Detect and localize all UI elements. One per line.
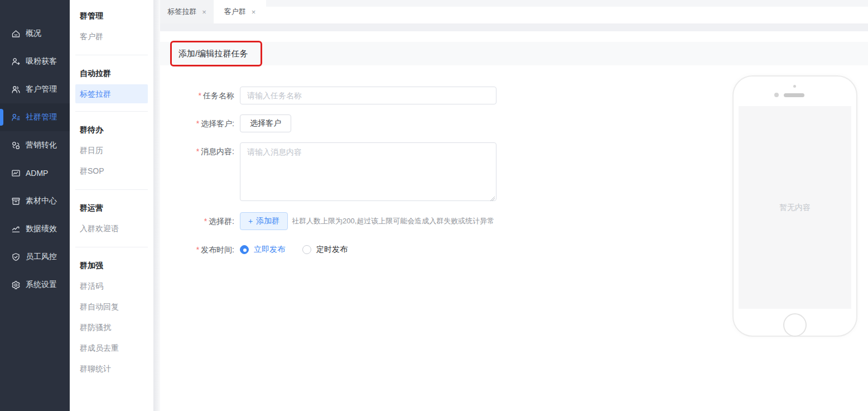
- select-group-label: *选择群:: [160, 212, 234, 230]
- sidebar-item-overview[interactable]: 概况: [0, 20, 70, 47]
- message-content-label: *消息内容:: [160, 142, 234, 160]
- radio-publish-now[interactable]: 立即发布: [240, 245, 285, 255]
- monitor-icon: [11, 169, 21, 178]
- gear-icon: [11, 280, 21, 290]
- submenu-item-chat-stats[interactable]: 群聊统计: [70, 359, 153, 379]
- submenu-header: 群运营: [70, 198, 153, 218]
- required-asterisk: *: [196, 147, 199, 156]
- close-icon[interactable]: ×: [252, 8, 256, 16]
- sidebar-item-label: 员工风控: [26, 252, 57, 262]
- shield-icon: [11, 252, 21, 262]
- sidebar-item-label: 素材中心: [26, 196, 57, 206]
- add-group-label: 添加群: [256, 216, 279, 226]
- sidebar-item-risk[interactable]: 员工风控: [0, 243, 70, 271]
- sidebar-item-label: 概况: [26, 28, 41, 39]
- sidebar-item-attract[interactable]: 吸粉获客: [0, 47, 70, 75]
- sidebar-item-label: 社群管理: [26, 112, 57, 122]
- sidebar-item-conversion[interactable]: 营销转化: [0, 131, 70, 159]
- phone-screen: 暂无内容: [739, 106, 851, 309]
- sidebar-item-label: 营销转化: [26, 140, 57, 150]
- submenu-header: 自动拉群: [70, 63, 153, 84]
- submenu-item-group-sop[interactable]: 群SOP: [70, 161, 153, 181]
- sidebar-item-label: 系统设置: [26, 280, 57, 290]
- group-submenu: 群管理 客户群 自动拉群 标签拉群 群待办 群日历 群SOP 群运营 入群欢迎语…: [70, 0, 153, 411]
- select-customer-button[interactable]: 选择客户: [240, 114, 291, 132]
- submenu-header: 群待办: [70, 120, 153, 140]
- submenu-item-group-calendar[interactable]: 群日历: [70, 140, 153, 161]
- community-icon: [11, 113, 21, 122]
- material-icon: [11, 197, 21, 206]
- close-icon[interactable]: ×: [202, 8, 206, 16]
- submenu-item-customer-groups[interactable]: 客户群: [70, 26, 153, 47]
- conversion-icon: [11, 141, 21, 150]
- sidebar-item-community[interactable]: 社群管理: [0, 103, 70, 131]
- sidebar-item-customers[interactable]: 客户管理: [0, 75, 70, 103]
- task-name-label: *任务名称: [160, 87, 234, 104]
- required-asterisk: *: [199, 91, 201, 100]
- radio-icon: [302, 245, 311, 254]
- submenu-item-welcome[interactable]: 入群欢迎语: [70, 218, 153, 239]
- sidebar-item-label: 客户管理: [26, 84, 57, 94]
- sidebar-item-admp[interactable]: ADMP: [0, 159, 70, 187]
- group-limit-hint: 社群人数上限为200,超过该上限可能会造成入群失败或统计异常: [292, 212, 494, 230]
- phone-camera: [774, 93, 779, 97]
- tab-tag-group[interactable]: 标签拉群 ×: [160, 0, 214, 23]
- submenu-item-dedupe[interactable]: 群成员去重: [70, 338, 153, 359]
- phone-empty-text: 暂无内容: [779, 203, 811, 213]
- tab-customer-groups[interactable]: 客户群 ×: [214, 0, 266, 23]
- tab-label: 客户群: [224, 7, 246, 17]
- plus-icon: +: [248, 217, 253, 226]
- submenu-header: 群加强: [70, 255, 153, 276]
- divider: [75, 111, 148, 112]
- home-icon: [11, 29, 21, 39]
- sidebar-item-label: 数据绩效: [26, 224, 57, 234]
- submenu-item-anti-spam[interactable]: 群防骚扰: [70, 317, 153, 338]
- sidebar-item-performance[interactable]: 数据绩效: [0, 215, 70, 243]
- main-sidebar: 概况 吸粉获客 客户管理 社群管理 营销转化 ADMP 素材中心 数据绩效: [0, 0, 70, 411]
- attract-icon: [11, 57, 21, 66]
- task-name-input[interactable]: [240, 87, 496, 104]
- phone-sensor-dot: [793, 85, 796, 88]
- phone-preview: 暂无内容: [732, 75, 857, 337]
- radio-label: 立即发布: [254, 245, 285, 255]
- customers-icon: [11, 85, 21, 94]
- tabbar-background: [160, 0, 868, 7]
- content-gap: [160, 23, 868, 31]
- select-customer-label: *选择客户:: [160, 114, 234, 132]
- panel-header: 添加/编辑拉群任务: [160, 42, 868, 65]
- add-group-button[interactable]: + 添加群: [240, 212, 288, 230]
- required-asterisk: *: [196, 245, 199, 254]
- submenu-item-group-qrcode[interactable]: 群活码: [70, 276, 153, 297]
- submenu-header: 群管理: [70, 6, 153, 26]
- page-title: 添加/编辑拉群任务: [160, 42, 868, 65]
- required-asterisk: *: [204, 217, 207, 226]
- radio-publish-scheduled[interactable]: 定时发布: [302, 245, 348, 255]
- phone-home-button: [783, 313, 807, 337]
- sidebar-item-label: ADMP: [26, 169, 48, 178]
- divider: [75, 189, 148, 190]
- submenu-item-tag-group[interactable]: 标签拉群: [75, 84, 148, 103]
- required-asterisk: *: [196, 119, 199, 128]
- sidebar-item-settings[interactable]: 系统设置: [0, 271, 70, 299]
- divider: [75, 55, 148, 55]
- submenu-item-auto-reply[interactable]: 群自动回复: [70, 297, 153, 317]
- app-window: 概况 吸粉获客 客户管理 社群管理 营销转化 ADMP 素材中心 数据绩效: [0, 0, 868, 411]
- radio-icon: [240, 245, 249, 254]
- divider: [75, 247, 148, 247]
- publish-time-options: 立即发布 定时发布: [240, 241, 348, 259]
- publish-time-label: *发布时间:: [160, 241, 234, 259]
- tab-label: 标签拉群: [167, 7, 196, 17]
- sidebar-item-material[interactable]: 素材中心: [0, 187, 70, 215]
- message-content-textarea[interactable]: [240, 142, 496, 201]
- sidebar-item-label: 吸粉获客: [26, 56, 57, 66]
- chart-icon: [11, 224, 21, 234]
- phone-speaker: [784, 93, 804, 97]
- radio-label: 定时发布: [316, 245, 348, 255]
